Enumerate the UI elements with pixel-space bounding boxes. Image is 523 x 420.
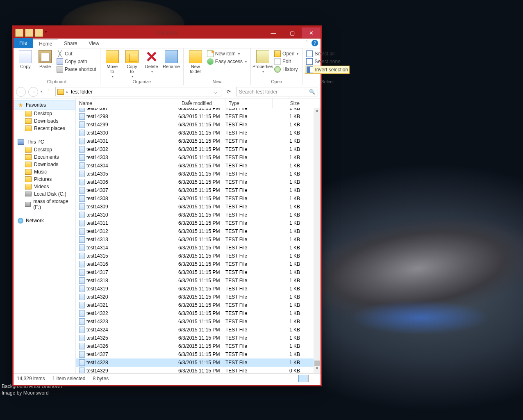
view-icons-button[interactable] [308,375,317,382]
nav-forward-button[interactable]: → [28,87,38,97]
network-header[interactable]: Network [14,217,75,225]
maximize-button[interactable]: ▢ [283,27,302,38]
file-tab[interactable]: File [14,38,33,48]
file-row[interactable]: test143226/3/2015 11:15 PMTEST File1 KB [76,309,321,317]
nav-history-dropdown[interactable]: ▾ [41,90,42,94]
file-row[interactable]: test143086/3/2015 11:15 PMTEST File1 KB [76,194,321,203]
paste-shortcut-button[interactable]: Paste shortcut [55,66,98,73]
nav-item[interactable]: Desktop [14,110,75,117]
file-row[interactable]: test143026/3/2015 11:15 PMTEST File1 KB [76,145,321,153]
nav-item[interactable]: Downloads [14,161,75,168]
file-row[interactable]: test143046/3/2015 11:15 PMTEST File1 KB [76,162,321,170]
file-row[interactable]: test142996/3/2015 11:15 PMTEST File1 KB [76,121,321,129]
file-row[interactable]: test143076/3/2015 11:15 PMTEST File1 KB [76,186,321,194]
address-bar[interactable]: ▸ test folder ⌄ [55,87,221,96]
home-tab[interactable]: Home [33,39,58,48]
file-row[interactable]: test143096/3/2015 11:15 PMTEST File1 KB [76,203,321,211]
nav-item[interactable]: Downloads [14,117,75,125]
nav-item[interactable]: mass of storage (F:) [14,198,75,211]
file-row[interactable]: test143066/3/2015 11:15 PMTEST File1 KB [76,178,321,186]
nav-item[interactable]: Pictures [14,176,75,183]
file-row[interactable]: test143056/3/2015 11:15 PMTEST File1 KB [76,170,321,178]
file-row[interactable]: test142986/3/2015 11:15 PMTEST File1 KB [76,112,321,121]
scroll-down-arrow[interactable]: ▼ [314,366,321,373]
delete-button[interactable]: Delete [142,49,161,73]
view-tab[interactable]: View [83,39,105,48]
file-icon [79,154,85,161]
edit-button[interactable]: Edit [273,58,300,65]
nav-item[interactable]: Music [14,168,75,176]
titlebar[interactable]: ▾ | test folder — ▢ ✕ [14,27,321,39]
file-row[interactable]: test143006/3/2015 11:15 PMTEST File1 KB [76,129,321,137]
file-row[interactable]: test143116/3/2015 11:15 PMTEST File1 KB [76,219,321,227]
select-all-button[interactable]: Select all [305,50,350,57]
new-item-button[interactable]: New item [206,50,248,57]
this-pc-header[interactable]: This PC [14,138,75,146]
properties-button[interactable]: Properties [253,49,272,73]
open-button[interactable]: Open [273,50,300,57]
history-button[interactable]: History [273,66,300,73]
file-row[interactable]: test143276/3/2015 11:15 PMTEST File1 KB [76,350,321,358]
file-row[interactable]: test143166/3/2015 11:15 PMTEST File1 KB [76,260,321,268]
file-row[interactable]: test143206/3/2015 11:15 PMTEST File1 KB [76,293,321,301]
file-row[interactable]: test143296/3/2015 11:15 PMTEST File0 KB [76,367,321,373]
file-row[interactable]: test143126/3/2015 11:15 PMTEST File1 KB [76,227,321,235]
file-row[interactable]: test143216/3/2015 11:15 PMTEST File1 KB [76,301,321,309]
file-row[interactable]: test143146/3/2015 11:15 PMTEST File1 KB [76,244,321,252]
vertical-scrollbar[interactable]: ▲ ▼ [314,108,321,373]
nav-item[interactable]: Videos [14,183,75,190]
qat-icon[interactable] [15,29,23,37]
file-row[interactable]: test143286/3/2015 11:15 PMTEST File1 KB [76,358,321,367]
file-row[interactable]: test143196/3/2015 11:15 PMTEST File1 KB [76,285,321,293]
column-date[interactable]: Date modified [178,98,225,108]
nav-item[interactable]: Local Disk (C:) [14,190,75,198]
refresh-button[interactable]: ⟳ [224,89,234,95]
close-button[interactable]: ✕ [302,27,321,38]
easy-access-button[interactable]: Easy access [206,58,248,65]
breadcrumb-chevron[interactable]: ▸ [66,90,68,94]
qat-icon[interactable] [35,29,43,37]
share-tab[interactable]: Share [58,39,83,48]
file-row[interactable]: test143256/3/2015 11:15 PMTEST File1 KB [76,334,321,342]
select-none-button[interactable]: Select none [305,58,350,65]
file-row[interactable]: test143016/3/2015 11:15 PMTEST File1 KB [76,137,321,145]
address-path[interactable]: test folder [71,89,93,95]
column-name[interactable]: Name [76,98,178,108]
file-row[interactable]: test143186/3/2015 11:15 PMTEST File1 KB [76,276,321,285]
file-row[interactable]: test143246/3/2015 11:15 PMTEST File1 KB [76,326,321,334]
scroll-up-arrow[interactable]: ▲ [314,108,321,115]
nav-up-button[interactable]: ↑ [45,88,53,96]
address-dropdown[interactable]: ⌄ [212,89,219,95]
invert-selection-button[interactable]: Invert selection [305,66,350,74]
column-size[interactable]: Size [273,98,303,108]
copy-button[interactable]: Copy [16,49,35,69]
new-folder-button[interactable]: New folder [186,49,205,74]
cut-button[interactable]: Cut [55,50,98,57]
view-details-button[interactable] [298,375,307,382]
rename-button[interactable]: Rename [162,49,181,69]
nav-item[interactable]: Documents [14,153,75,161]
move-to-button[interactable]: Move to [103,49,122,78]
copy-path-button[interactable]: Copy path [55,58,98,65]
file-row[interactable]: test143136/3/2015 11:15 PMTEST File1 KB [76,235,321,244]
column-type[interactable]: Type [225,98,273,108]
qat-dropdown[interactable]: ▾ [45,29,49,37]
copy-to-button[interactable]: Copy to [123,49,141,78]
collapse-ribbon-icon[interactable]: ˆ [306,40,307,46]
paste-button[interactable]: Paste [36,49,55,69]
file-row[interactable]: test143176/3/2015 11:15 PMTEST File1 KB [76,268,321,276]
minimize-button[interactable]: — [264,27,283,38]
file-row[interactable]: test143266/3/2015 11:15 PMTEST File1 KB [76,342,321,350]
file-row[interactable]: test143236/3/2015 11:15 PMTEST File1 KB [76,317,321,326]
nav-back-button[interactable]: ← [16,87,26,97]
file-row[interactable]: test143156/3/2015 11:15 PMTEST File1 KB [76,252,321,260]
help-icon[interactable]: ? [312,40,318,46]
file-row[interactable]: test143036/3/2015 11:15 PMTEST File1 KB [76,153,321,162]
file-row[interactable]: test142976/3/2015 11:15 PMTEST File1 KB [76,108,321,112]
search-box[interactable]: Search test folder 🔍 [236,87,318,96]
favorites-header[interactable]: ★Favorites [14,100,75,110]
nav-item[interactable]: Desktop [14,146,75,153]
file-row[interactable]: test143106/3/2015 11:15 PMTEST File1 KB [76,211,321,219]
qat-icon[interactable] [25,29,33,37]
nav-item[interactable]: Recent places [14,125,75,132]
